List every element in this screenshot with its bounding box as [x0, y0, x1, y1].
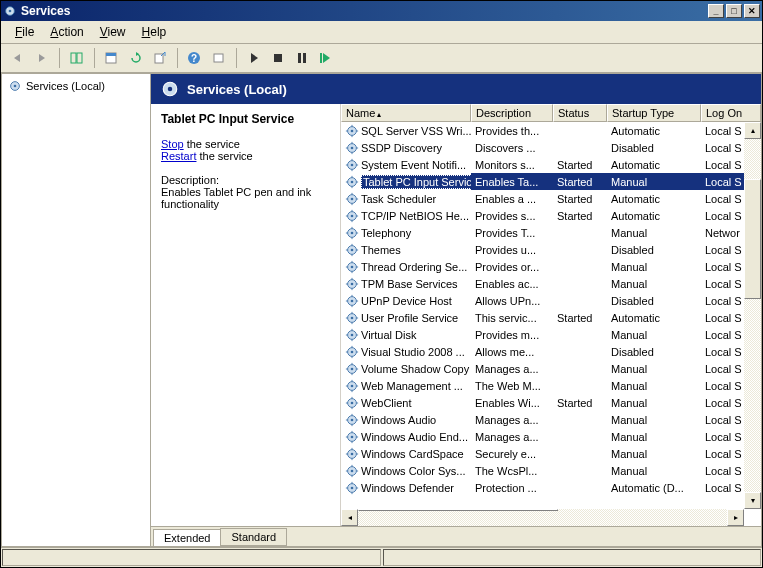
- export-button[interactable]: [149, 47, 171, 69]
- service-status-cell[interactable]: [553, 224, 607, 241]
- scroll-thumb[interactable]: [744, 179, 761, 299]
- service-startup-cell[interactable]: Manual: [607, 326, 701, 343]
- service-startup-cell[interactable]: Disabled: [607, 343, 701, 360]
- service-desc-cell[interactable]: This servic...: [471, 309, 553, 326]
- service-status-cell[interactable]: [553, 462, 607, 479]
- start-service-button[interactable]: [243, 47, 265, 69]
- service-status-cell[interactable]: Started: [553, 394, 607, 411]
- scroll-up-button[interactable]: ▴: [744, 122, 761, 139]
- help-button[interactable]: ?: [184, 47, 206, 69]
- service-startup-cell[interactable]: Manual: [607, 173, 701, 190]
- refresh-button[interactable]: [125, 47, 147, 69]
- column-logon[interactable]: Log On: [701, 104, 761, 122]
- service-status-cell[interactable]: [553, 411, 607, 428]
- service-startup-cell[interactable]: Manual: [607, 258, 701, 275]
- service-name-cell[interactable]: Themes: [341, 241, 471, 258]
- service-status-cell[interactable]: [553, 122, 607, 139]
- service-status-cell[interactable]: [553, 292, 607, 309]
- service-status-cell[interactable]: [553, 343, 607, 360]
- service-desc-cell[interactable]: Provides m...: [471, 326, 553, 343]
- service-startup-cell[interactable]: Disabled: [607, 292, 701, 309]
- service-desc-cell[interactable]: Monitors s...: [471, 156, 553, 173]
- show-hide-tree-button[interactable]: [66, 47, 88, 69]
- service-desc-cell[interactable]: Manages a...: [471, 428, 553, 445]
- service-startup-cell[interactable]: Automatic: [607, 309, 701, 326]
- properties-button[interactable]: [101, 47, 123, 69]
- service-startup-cell[interactable]: Automatic: [607, 190, 701, 207]
- horizontal-scrollbar[interactable]: ◂ ▸: [341, 509, 744, 526]
- service-desc-cell[interactable]: Discovers ...: [471, 139, 553, 156]
- service-desc-cell[interactable]: Provides or...: [471, 258, 553, 275]
- service-desc-cell[interactable]: The Web M...: [471, 377, 553, 394]
- menu-help[interactable]: Help: [134, 23, 175, 41]
- restart-service-link[interactable]: Restart: [161, 150, 196, 162]
- service-name-cell[interactable]: Thread Ordering Se...: [341, 258, 471, 275]
- service-status-cell[interactable]: Started: [553, 207, 607, 224]
- vertical-scrollbar[interactable]: ▴ ▾: [744, 122, 761, 509]
- service-startup-cell[interactable]: Automatic: [607, 207, 701, 224]
- service-name-cell[interactable]: TCP/IP NetBIOS He...: [341, 207, 471, 224]
- service-name-cell[interactable]: Visual Studio 2008 ...: [341, 343, 471, 360]
- service-status-cell[interactable]: Started: [553, 309, 607, 326]
- service-desc-cell[interactable]: Manages a...: [471, 360, 553, 377]
- service-status-cell[interactable]: [553, 360, 607, 377]
- service-status-cell[interactable]: Started: [553, 156, 607, 173]
- service-desc-cell[interactable]: Manages a...: [471, 411, 553, 428]
- tree-root-item[interactable]: Services (Local): [6, 78, 146, 94]
- service-name-cell[interactable]: System Event Notifi...: [341, 156, 471, 173]
- restart-service-button[interactable]: [315, 47, 337, 69]
- services-list[interactable]: Name▴ Description Status Startup Type Lo…: [341, 104, 761, 496]
- scroll-thumb-h[interactable]: [358, 509, 558, 511]
- service-startup-cell[interactable]: Manual: [607, 377, 701, 394]
- column-name[interactable]: Name▴: [341, 104, 471, 122]
- service-startup-cell[interactable]: Automatic (D...: [607, 479, 701, 496]
- service-desc-cell[interactable]: Allows me...: [471, 343, 553, 360]
- service-name-cell[interactable]: Task Scheduler: [341, 190, 471, 207]
- scroll-track-h[interactable]: [358, 509, 727, 526]
- service-status-cell[interactable]: [553, 275, 607, 292]
- service-desc-cell[interactable]: Enables Wi...: [471, 394, 553, 411]
- service-status-cell[interactable]: [553, 479, 607, 496]
- service-startup-cell[interactable]: Automatic: [607, 122, 701, 139]
- service-startup-cell[interactable]: Manual: [607, 445, 701, 462]
- menu-action[interactable]: Action: [42, 23, 91, 41]
- titlebar[interactable]: Services _ □ ✕: [1, 1, 762, 21]
- service-desc-cell[interactable]: Securely e...: [471, 445, 553, 462]
- menu-file[interactable]: File: [7, 23, 42, 41]
- service-desc-cell[interactable]: Provides u...: [471, 241, 553, 258]
- service-startup-cell[interactable]: Disabled: [607, 139, 701, 156]
- service-status-cell[interactable]: Started: [553, 190, 607, 207]
- service-desc-cell[interactable]: Protection ...: [471, 479, 553, 496]
- service-startup-cell[interactable]: Automatic: [607, 156, 701, 173]
- column-status[interactable]: Status: [553, 104, 607, 122]
- service-desc-cell[interactable]: Enables Ta...: [471, 173, 553, 190]
- service-name-cell[interactable]: Windows Color Sys...: [341, 462, 471, 479]
- menu-view[interactable]: View: [92, 23, 134, 41]
- scroll-left-button[interactable]: ◂: [341, 509, 358, 526]
- back-button[interactable]: [7, 47, 29, 69]
- column-description[interactable]: Description: [471, 104, 553, 122]
- service-name-cell[interactable]: Tablet PC Input Service: [341, 173, 471, 190]
- service-name-cell[interactable]: Windows Defender: [341, 479, 471, 496]
- service-startup-cell[interactable]: Manual: [607, 428, 701, 445]
- tab-standard[interactable]: Standard: [220, 528, 287, 546]
- service-name-cell[interactable]: User Profile Service: [341, 309, 471, 326]
- pause-service-button[interactable]: [291, 47, 313, 69]
- service-status-cell[interactable]: [553, 377, 607, 394]
- service-name-cell[interactable]: SSDP Discovery: [341, 139, 471, 156]
- service-status-cell[interactable]: [553, 258, 607, 275]
- service-startup-cell[interactable]: Manual: [607, 462, 701, 479]
- service-desc-cell[interactable]: The WcsPl...: [471, 462, 553, 479]
- service-name-cell[interactable]: UPnP Device Host: [341, 292, 471, 309]
- forward-button[interactable]: [31, 47, 53, 69]
- maximize-button[interactable]: □: [726, 4, 742, 18]
- service-name-cell[interactable]: Virtual Disk: [341, 326, 471, 343]
- service-name-cell[interactable]: Windows Audio: [341, 411, 471, 428]
- service-desc-cell[interactable]: Provides T...: [471, 224, 553, 241]
- service-startup-cell[interactable]: Manual: [607, 394, 701, 411]
- service-startup-cell[interactable]: Manual: [607, 224, 701, 241]
- service-desc-cell[interactable]: Allows UPn...: [471, 292, 553, 309]
- scroll-track[interactable]: [744, 139, 761, 492]
- close-button[interactable]: ✕: [744, 4, 760, 18]
- scroll-down-button[interactable]: ▾: [744, 492, 761, 509]
